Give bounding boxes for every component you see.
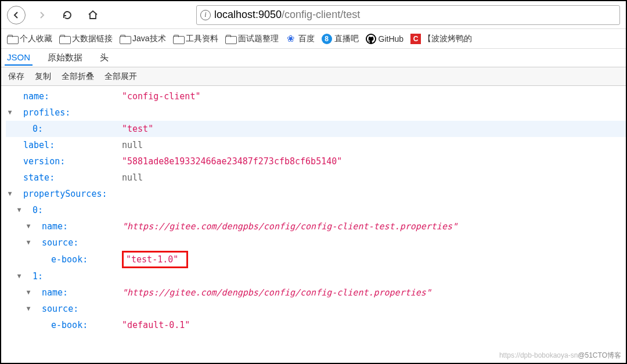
json-row-ps1-name[interactable]: ▼name:"https://gitee.com/dengpbs/config/… xyxy=(6,284,626,301)
json-row-ps0-name[interactable]: ▼name:"https://gitee.com/dengpbs/config/… xyxy=(6,218,626,235)
zhibo-icon: 8 xyxy=(322,34,332,44)
folder-icon xyxy=(7,35,17,43)
tab-headers[interactable]: 头 xyxy=(98,50,111,66)
bookmark-personal[interactable]: 个人收藏 xyxy=(7,34,52,44)
bookmarks-bar: 个人收藏 大数据链接 Java技术 工具资料 面试题整理 ❀百度 8直播吧 Gi… xyxy=(1,29,626,49)
bookmark-bigdata[interactable]: 大数据链接 xyxy=(59,34,113,44)
collapse-all-button[interactable]: 全部折叠 xyxy=(57,70,99,84)
home-button[interactable] xyxy=(84,6,102,24)
expand-all-button[interactable]: 全部展开 xyxy=(100,70,142,84)
bookmark-github[interactable]: GitHub xyxy=(366,34,404,44)
highlighted-value: "test-1.0" xyxy=(122,251,188,268)
bookmark-baidu[interactable]: ❀百度 xyxy=(286,34,315,44)
collapse-icon[interactable]: ▼ xyxy=(6,104,14,121)
bookmark-tools[interactable]: 工具资料 xyxy=(173,34,218,44)
json-row-ps1-ebook[interactable]: e-book:"default-0.1" xyxy=(6,317,626,333)
json-row-profiles-0[interactable]: 0:"test" xyxy=(6,121,626,137)
collapse-icon[interactable]: ▼ xyxy=(24,235,33,251)
folder-icon xyxy=(120,35,130,43)
json-row-state[interactable]: state:null xyxy=(6,170,626,186)
collapse-icon[interactable]: ▼ xyxy=(24,301,33,317)
folder-icon xyxy=(225,35,236,43)
bookmark-other[interactable]: C【波波烤鸭的 xyxy=(410,34,472,44)
tab-json[interactable]: JSON xyxy=(5,50,33,66)
collapse-icon[interactable]: ▼ xyxy=(15,268,23,284)
view-tabs: JSON 原始数据 头 xyxy=(1,49,626,67)
save-button[interactable]: 保存 xyxy=(3,70,29,84)
json-row-name[interactable]: name:"config-client" xyxy=(6,88,626,104)
json-row-version[interactable]: version:"5881ade8e19332466ae23487f273cfb… xyxy=(6,153,626,170)
folder-icon xyxy=(59,35,70,43)
bookmark-interview[interactable]: 面试题整理 xyxy=(225,34,279,44)
collapse-icon[interactable]: ▼ xyxy=(24,218,33,235)
json-row-label[interactable]: label:null xyxy=(6,137,626,153)
browser-nav-toolbar: i localhost:9050/config-client/test xyxy=(1,1,626,29)
url-text: localhost:9050/config-client/test xyxy=(214,9,360,21)
forward-button[interactable] xyxy=(33,6,51,24)
json-row-propertysources[interactable]: ▼propertySources: xyxy=(6,186,626,202)
actions-row: 保存 复制 全部折叠 全部展开 xyxy=(1,67,626,86)
json-row-profiles[interactable]: ▼profiles: xyxy=(6,104,626,121)
bookmark-java[interactable]: Java技术 xyxy=(120,34,166,44)
json-row-ps0[interactable]: ▼0: xyxy=(6,202,626,218)
info-icon[interactable]: i xyxy=(200,10,211,20)
c-icon: C xyxy=(410,34,421,44)
json-row-ps0-source[interactable]: ▼source: xyxy=(6,235,626,251)
json-row-ps1-source[interactable]: ▼source: xyxy=(6,301,626,317)
json-viewer: name:"config-client" ▼profiles: 0:"test"… xyxy=(1,86,626,363)
url-bar[interactable]: i localhost:9050/config-client/test xyxy=(196,5,620,25)
back-button[interactable] xyxy=(7,6,26,24)
watermark: https://dpb-bobokaoya-sn@51CTO博客 xyxy=(499,351,621,361)
json-row-ps0-ebook[interactable]: e-book:"test-1.0" xyxy=(6,251,626,268)
baidu-icon: ❀ xyxy=(286,34,296,44)
copy-button[interactable]: 复制 xyxy=(30,70,56,84)
collapse-icon[interactable]: ▼ xyxy=(6,186,14,202)
tab-raw[interactable]: 原始数据 xyxy=(45,50,85,66)
reload-button[interactable] xyxy=(58,6,77,24)
json-row-ps1[interactable]: ▼1: xyxy=(6,268,626,284)
bookmark-zhibo[interactable]: 8直播吧 xyxy=(322,34,359,44)
collapse-icon[interactable]: ▼ xyxy=(24,284,33,301)
github-icon xyxy=(366,34,376,44)
folder-icon xyxy=(173,35,183,43)
collapse-icon[interactable]: ▼ xyxy=(15,202,23,218)
